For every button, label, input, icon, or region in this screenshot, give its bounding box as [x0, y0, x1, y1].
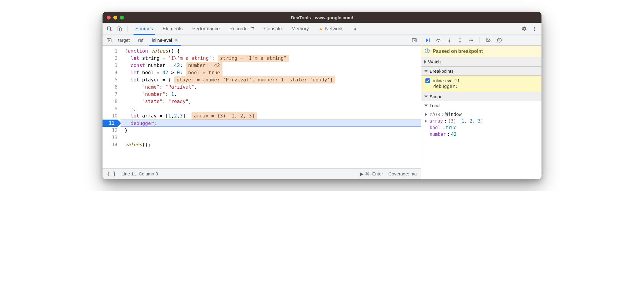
watch-label: Watch: [428, 59, 441, 64]
file-tab-ref[interactable]: ref: [134, 35, 148, 46]
kebab-menu-icon[interactable]: [530, 24, 539, 33]
code-line[interactable]: };: [125, 105, 421, 112]
titlebar: DevTools - www.google.com/: [103, 12, 541, 23]
tab-performance[interactable]: Performance: [187, 23, 225, 35]
info-icon: ⓘ: [425, 48, 430, 54]
tab-elements[interactable]: Elements: [158, 23, 188, 35]
overflow-tabs-button[interactable]: »: [349, 23, 361, 35]
step-over-icon[interactable]: [435, 37, 442, 44]
scope-key: number: [430, 132, 446, 137]
close-icon[interactable]: ✕: [174, 37, 178, 43]
inline-value-hint: array = (3) [1, 2, 3]: [192, 112, 257, 120]
deactivate-breakpoints-icon[interactable]: [485, 37, 492, 44]
code-line[interactable]: let player = {player = {name: 'Parzival'…: [125, 76, 421, 84]
watch-section-header[interactable]: Watch: [421, 57, 541, 66]
scope-row[interactable]: bool: true: [423, 124, 540, 131]
code-line[interactable]: }: [125, 127, 421, 134]
coverage-status: Coverage: n/a: [388, 171, 417, 176]
file-tab-bar: targetrefinline-eval✕: [103, 35, 421, 46]
inline-value-hint: number = 42: [186, 62, 222, 69]
step-out-icon[interactable]: [457, 37, 463, 44]
chevron-right-icon: [424, 60, 426, 64]
scope-row[interactable]: number: 42: [423, 131, 540, 138]
scope-section-header[interactable]: Scope: [421, 92, 541, 101]
main-tab-bar: SourcesElementsPerformanceRecorder ⚗Cons…: [103, 23, 541, 35]
code-line[interactable]: "number": 1,: [125, 91, 421, 98]
file-tab-label: inline-eval: [152, 38, 172, 43]
close-window-button[interactable]: [107, 16, 111, 20]
file-tab-target[interactable]: target: [114, 35, 134, 46]
scope-key: this: [429, 112, 440, 117]
scope-row[interactable]: array: (3) [1, 2, 3]: [423, 118, 540, 124]
cursor-position: Line 11, Column 3: [121, 171, 158, 176]
tab-sources[interactable]: Sources: [130, 23, 158, 35]
resume-button-icon[interactable]: [424, 37, 431, 44]
tab-label: Memory: [292, 26, 309, 32]
scope-label: Scope: [430, 94, 443, 99]
debug-toolbar: [421, 35, 541, 46]
line-gutter[interactable]: 123456789101111121314: [103, 46, 121, 168]
code-area[interactable]: function values() { let string = 'I\'m a…: [121, 46, 421, 168]
inspect-element-icon[interactable]: [105, 24, 114, 33]
paused-banner: ⓘ Paused on breakpoint: [421, 46, 541, 57]
debugger-pane: ⓘ Paused on breakpoint Watch Breakpoints…: [421, 35, 541, 179]
run-snippet-hint[interactable]: ▶ ⌘+Enter: [360, 171, 383, 177]
scope-body: this: Window array: (3) [1, 2, 3] bool: …: [421, 110, 541, 141]
code-line[interactable]: [125, 134, 421, 141]
file-tab-inline-eval[interactable]: inline-eval✕: [148, 35, 183, 46]
breakpoints-label: Breakpoints: [430, 68, 453, 74]
svg-rect-8: [429, 38, 430, 42]
traffic-lights: [107, 16, 124, 20]
code-line[interactable]: values();: [125, 141, 421, 148]
svg-point-11: [460, 41, 461, 42]
file-tab-label: ref: [138, 38, 143, 43]
code-line[interactable]: debugger;: [121, 120, 421, 127]
code-line[interactable]: let string = 'I\'m a string';string = "I…: [125, 55, 421, 62]
inline-value-hint: string = "I'm a string": [218, 55, 289, 62]
svg-rect-2: [119, 28, 122, 31]
scope-row[interactable]: this: Window: [423, 111, 540, 118]
code-line[interactable]: "state": "ready",: [125, 98, 421, 105]
code-line[interactable]: let bool = 42 > 0;bool = true: [125, 69, 421, 76]
minimize-window-button[interactable]: [113, 16, 117, 20]
tab-recorder[interactable]: Recorder ⚗: [225, 23, 259, 35]
chevron-right-icon: [425, 119, 427, 123]
breakpoint-item[interactable]: inline-eval:11 debugger;: [421, 76, 541, 92]
svg-rect-15: [500, 39, 500, 41]
navigator-toggle-icon[interactable]: [105, 36, 113, 44]
tab-console[interactable]: Console: [259, 23, 287, 35]
code-editor[interactable]: 123456789101111121314 function values() …: [103, 46, 421, 168]
svg-point-13: [497, 38, 501, 42]
breakpoints-section-header[interactable]: Breakpoints: [421, 66, 541, 76]
editor-statusbar: { } Line 11, Column 3 ▶ ⌘+Enter Coverage…: [103, 168, 421, 179]
tab-network[interactable]: ▲Network: [314, 23, 348, 35]
step-icon[interactable]: [468, 37, 474, 44]
tab-label: Elements: [163, 26, 183, 32]
breakpoint-checkbox[interactable]: [425, 78, 430, 83]
code-line[interactable]: let array = [1,2,3];array = (3) [1, 2, 3…: [125, 112, 421, 120]
scope-key: bool: [430, 125, 440, 130]
paused-label: Paused on breakpoint: [433, 49, 483, 54]
tab-label: Network: [325, 26, 343, 32]
code-line[interactable]: function values() {: [125, 47, 421, 55]
chevron-down-icon: [424, 105, 428, 107]
tab-label: Recorder: [229, 26, 249, 32]
pretty-print-icon[interactable]: { }: [107, 171, 116, 177]
svg-rect-6: [107, 38, 111, 42]
code-line[interactable]: "name": "Parzival",: [125, 84, 421, 91]
pause-on-exceptions-icon[interactable]: [496, 37, 503, 44]
zoom-window-button[interactable]: [120, 16, 124, 20]
file-tab-label: target: [118, 38, 130, 43]
scope-local-header[interactable]: Local: [421, 101, 541, 110]
settings-gear-icon[interactable]: [520, 24, 529, 33]
more-tabs-icon[interactable]: [410, 36, 419, 44]
divider: [127, 26, 127, 32]
tab-memory[interactable]: Memory: [287, 23, 314, 35]
code-line[interactable]: const number = 42;number = 42: [125, 62, 421, 69]
breakpoint-location: inline-eval:11: [433, 78, 460, 83]
step-into-icon[interactable]: [446, 37, 452, 44]
scope-key: array: [429, 118, 443, 124]
device-toolbar-icon[interactable]: [115, 24, 124, 33]
window-title: DevTools - www.google.com/: [103, 15, 541, 20]
svg-point-12: [472, 40, 473, 41]
